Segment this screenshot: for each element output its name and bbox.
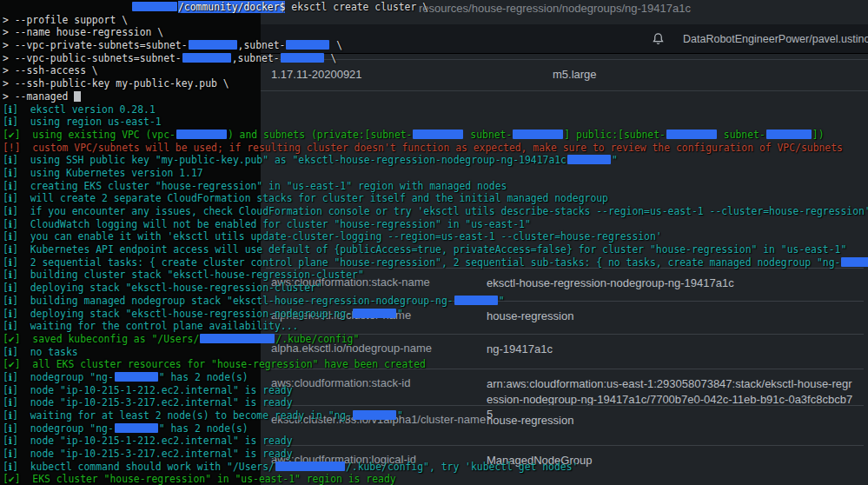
- screen: resources/house-regression/nodegroups/ng…: [0, 0, 868, 485]
- terminal-line: [ℹ] Kubernetes API endpoint access will …: [3, 243, 868, 256]
- terminal-line: [ℹ] node "ip-10-215-1-212.ec2.internal" …: [3, 435, 868, 448]
- terminal-text: [ℹ] eksctl version 0.28.1: [3, 103, 156, 116]
- terminal-text: > --ssh-public-key my-public-key.pub \: [3, 77, 229, 90]
- terminal-text: ,subnet-: [232, 52, 280, 64]
- terminal-line: [ℹ] will create 2 separate CloudFormatio…: [3, 192, 868, 205]
- terminal-line: [ℹ] node "ip-10-215-3-217.ec2.internal" …: [3, 396, 868, 409]
- terminal-text: > --managed: [3, 90, 74, 103]
- terminal-line: [ℹ] you can enable it with 'eksctl utils…: [3, 230, 868, 243]
- redaction-box: [176, 130, 227, 139]
- terminal-line: [ℹ] using region us-east-1: [3, 116, 868, 129]
- redaction-box: [281, 53, 324, 63]
- terminal-line: [!] custom VPC/subnets will be used; if …: [3, 142, 868, 155]
- redaction-box: [666, 130, 717, 139]
- terminal-line: [ℹ] using SSH public key "my-public-key.…: [3, 154, 868, 167]
- terminal-text: " has 2 node(s): [159, 371, 248, 383]
- terminal-line: [ℹ] nodegroup "ng-" has 2 node(s): [3, 422, 868, 435]
- terminal-line: > --managed: [3, 90, 868, 103]
- terminal-text: /.kube/config": [275, 333, 359, 345]
- terminal-text: > --name house-regression \: [3, 26, 163, 38]
- terminal-text: ,subnet-: [238, 39, 286, 51]
- terminal-line: [✔] all EKS cluster resources for "house…: [3, 358, 868, 371]
- terminal-line: [ℹ] building managed nodegroup stack "ek…: [3, 295, 868, 308]
- terminal-line: [✔] using existing VPC (vpc-) and subnet…: [3, 129, 868, 142]
- terminal-text: [ℹ] nodegroup "ng-: [3, 371, 114, 383]
- terminal-line: [ℹ] eksctl version 0.28.1: [3, 103, 868, 116]
- terminal-line: [ℹ] node "ip-10-215-1-212.ec2.internal" …: [3, 384, 868, 397]
- terminal-line: [ℹ] waiting for the control plane availa…: [3, 320, 868, 333]
- terminal-text: [ℹ] node "ip-10-215-3-217.ec2.internal" …: [3, 396, 293, 409]
- redaction-box: [286, 40, 329, 50]
- terminal-line: > --ssh-public-key my-public-key.pub \: [3, 77, 868, 90]
- terminal-text: [ℹ] deploying stack "eksctl-house-regres…: [3, 282, 322, 294]
- terminal-text: ": [397, 308, 403, 320]
- terminal-text: \: [330, 39, 342, 51]
- redaction-box: [841, 257, 868, 267]
- terminal-line: [ℹ] CloudWatch logging will not be enabl…: [3, 218, 868, 231]
- terminal-text: [ℹ] using Kubernetes version 1.17: [3, 167, 203, 179]
- terminal-text: [ℹ] node "ip-10-215-1-212.ec2.internal" …: [3, 435, 293, 447]
- terminal-text: [ℹ] using SSH public key "my-public-key.…: [3, 154, 567, 166]
- prompt-path-highlight: /community/docker$: [178, 1, 285, 13]
- terminal-text: eksctl create cluster \: [285, 1, 428, 13]
- terminal-line: [✔] saved kubeconfig as "/Users//.kube/c…: [3, 333, 868, 346]
- terminal-text: [ℹ] nodegroup "ng-: [3, 422, 114, 435]
- terminal-line: [ℹ] deploying stack "eksctl-house-regres…: [3, 282, 868, 295]
- redaction-box: [353, 410, 396, 420]
- terminal-text: [ℹ] CloudWatch logging will not be enabl…: [3, 218, 531, 230]
- terminal-line: > --name house-regression \: [3, 26, 868, 39]
- redaction-box: [766, 130, 812, 139]
- terminal-text: > --profile support \: [3, 14, 128, 26]
- terminal-text: [✔] all EKS cluster resources for "house…: [3, 358, 426, 370]
- terminal-text: [ℹ] if you encounter any issues, check C…: [3, 205, 868, 217]
- terminal-text: > --vpc-private-subnets=subnet-: [3, 39, 188, 51]
- terminal-text: [!] custom VPC/subnets will be used; if …: [3, 142, 843, 154]
- terminal-text: > --vpc-public-subnets=subnet-: [3, 52, 182, 64]
- redaction-box: [189, 40, 237, 50]
- terminal-text: ] public:[subnet-: [564, 129, 666, 141]
- terminal-text: [ℹ] will create 2 separate CloudFormatio…: [3, 192, 608, 204]
- terminal-line: [ℹ] no tasks: [3, 346, 868, 359]
- terminal-line: > --profile support \: [3, 14, 868, 27]
- terminal-text: [ℹ] building managed nodegroup stack "ek…: [3, 295, 454, 307]
- terminal-line: [ℹ] node "ip-10-215-3-217.ec2.internal" …: [3, 448, 868, 461]
- redaction-box: [275, 462, 345, 471]
- terminal-line: [ℹ] using Kubernetes version 1.17: [3, 167, 868, 180]
- terminal-line: [ℹ] deploying stack "eksctl-house-regres…: [3, 308, 868, 321]
- terminal-text: [ℹ] kubectl command should work with "/U…: [3, 461, 275, 473]
- spacer: [3, 10, 131, 10]
- terminal-text: " has 2 node(s): [159, 422, 248, 435]
- terminal-line: > --vpc-private-subnets=subnet-,subnet- …: [3, 39, 868, 52]
- terminal-text: subnet-: [464, 129, 512, 141]
- terminal-text: [ℹ] you can enable it with 'eksctl utils…: [3, 230, 662, 242]
- redaction-box: [132, 2, 177, 11]
- terminal-line: [ℹ] if you encounter any issues, check C…: [3, 205, 868, 218]
- redaction-box: [567, 155, 611, 164]
- terminal-line: [ℹ] building cluster stack "eksctl-house…: [3, 269, 868, 282]
- terminal-line: /community/docker$ eksctl create cluster…: [3, 1, 868, 14]
- terminal-window[interactable]: /community/docker$ eksctl create cluster…: [0, 0, 868, 485]
- terminal-line: [✔] EKS cluster "house-regression" in "u…: [3, 473, 868, 485]
- terminal-text: [✔] using existing VPC (vpc-: [3, 129, 176, 141]
- terminal-line: [ℹ] creating EKS cluster "house-regressi…: [3, 180, 868, 193]
- terminal-line: > --ssh-access \: [3, 64, 868, 77]
- terminal-line: > --vpc-public-subnets=subnet-,subnet- \: [3, 52, 868, 65]
- terminal-text: [ℹ] no tasks: [3, 346, 78, 358]
- terminal-text: ": [499, 295, 505, 307]
- terminal-text: /.kube/config", try 'kubectl get nodes': [346, 461, 578, 473]
- terminal-text: ) and subnets (private:[subnet-: [228, 129, 413, 141]
- terminal-text: [✔] saved kubeconfig as "/Users/: [3, 333, 199, 345]
- terminal-line: [ℹ] kubectl command should work with "/U…: [3, 461, 868, 474]
- terminal-text: [ℹ] node "ip-10-215-3-217.ec2.internal" …: [3, 448, 293, 460]
- terminal-line: [ℹ] waiting for at least 2 node(s) to be…: [3, 409, 868, 422]
- redaction-box: [115, 372, 158, 382]
- terminal-text: [✔] EKS cluster "house-regression" in "u…: [3, 473, 396, 485]
- terminal-text: [ℹ] using region us-east-1: [3, 116, 162, 128]
- terminal-cursor: [74, 91, 81, 102]
- redaction-box: [182, 53, 231, 63]
- terminal-text: [ℹ] waiting for at least 2 node(s) to be…: [3, 409, 352, 422]
- terminal-text: [ℹ] waiting for the control plane availa…: [3, 320, 298, 332]
- redaction-box: [353, 309, 396, 318]
- terminal-line: [ℹ] 2 sequential tasks: { create cluster…: [3, 256, 868, 269]
- terminal-text: ": [397, 409, 403, 422]
